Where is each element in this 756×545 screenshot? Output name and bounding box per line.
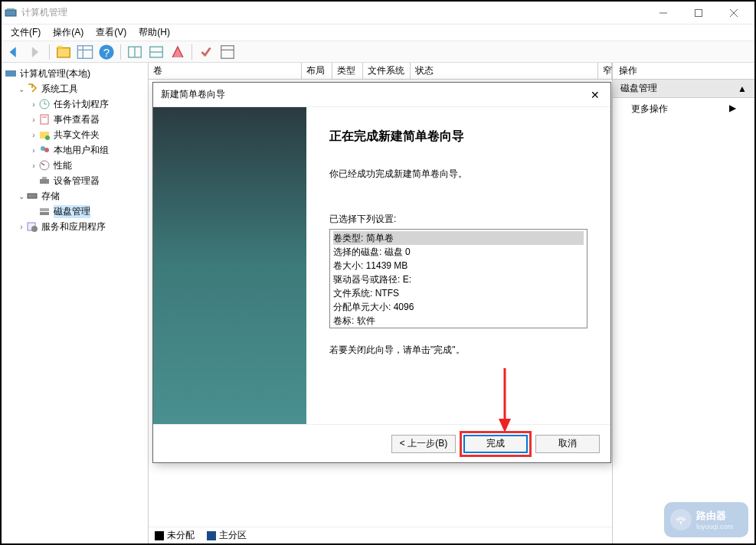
- wizard-content: 正在完成新建简单卷向导 你已经成功完成新建简单卷向导。 已选择下列设置: 卷类型…: [306, 107, 610, 424]
- titlebar: 计算机管理: [2, 2, 754, 24]
- setting-row[interactable]: 文件系统: NTFS: [333, 286, 584, 300]
- wizard-titlebar: 新建简单卷向导 ✕: [153, 83, 610, 107]
- svg-rect-31: [42, 177, 47, 179]
- minimize-button[interactable]: [646, 2, 681, 24]
- watermark-icon: [670, 509, 692, 530]
- setting-row[interactable]: 卷标: 软件: [333, 314, 584, 328]
- actions-panel: 操作 磁盘管理▲ 更多操作▶: [613, 63, 754, 543]
- col-type[interactable]: 类型: [332, 63, 363, 79]
- navigation-tree[interactable]: 计算机管理(本地) ⌄ 系统工具 ›任务计划程序 ›事件查看器 ›共享文件夹 ›…: [2, 63, 149, 543]
- tree-shared[interactable]: ›共享文件夹: [29, 127, 145, 142]
- svg-rect-23: [41, 115, 48, 124]
- actions-diskmgmt[interactable]: 磁盘管理▲: [613, 80, 754, 98]
- menu-file[interactable]: 文件(F): [5, 24, 47, 41]
- window-controls: [646, 2, 751, 24]
- col-fs[interactable]: 文件系统: [363, 63, 411, 79]
- wizard-settings-list[interactable]: 卷类型: 简单卷 选择的磁盘: 磁盘 0 卷大小: 11439 MB 驱动器号或…: [329, 229, 587, 328]
- help-button[interactable]: ?: [97, 43, 116, 61]
- back-button[interactable]: < 上一步(B): [391, 435, 456, 453]
- chevron-right-icon: ▶: [729, 103, 736, 116]
- toolbar-btn-5[interactable]: [169, 43, 187, 61]
- back-button[interactable]: [5, 43, 23, 61]
- svg-point-33: [29, 195, 31, 197]
- tree-devmgr[interactable]: 设备管理器: [29, 173, 145, 188]
- wizard-close-button[interactable]: ✕: [587, 86, 603, 104]
- wizard-dialog: 新建简单卷向导 ✕ 正在完成新建简单卷向导 你已经成功完成新建简单卷向导。 已选…: [152, 82, 611, 463]
- collapse-icon: ▲: [738, 83, 747, 94]
- setting-row[interactable]: 选择的磁盘: 磁盘 0: [333, 245, 584, 259]
- wizard-banner: [153, 107, 306, 424]
- svg-rect-34: [40, 208, 49, 211]
- setting-row[interactable]: 分配单元大小: 4096: [333, 300, 584, 314]
- wizard-success-text: 你已经成功完成新建简单卷向导。: [329, 168, 587, 181]
- tree-scheduler[interactable]: ›任务计划程序: [29, 96, 145, 112]
- cancel-button[interactable]: 取消: [535, 435, 600, 453]
- svg-rect-19: [5, 70, 16, 77]
- menu-view[interactable]: 查看(V): [90, 24, 133, 41]
- menu-help[interactable]: 帮助(H): [133, 24, 176, 41]
- menu-action[interactable]: 操作(A): [47, 24, 90, 41]
- svg-rect-8: [77, 45, 92, 58]
- svg-text:?: ?: [103, 45, 110, 58]
- svg-rect-17: [221, 45, 234, 58]
- svg-rect-32: [28, 194, 37, 198]
- wizard-title: 新建简单卷向导: [161, 88, 225, 101]
- finish-button[interactable]: 完成: [463, 435, 528, 453]
- col-layout[interactable]: 布局: [302, 63, 332, 79]
- menubar: 文件(F) 操作(A) 查看(V) 帮助(H): [2, 24, 754, 41]
- legend-primary: 主分区: [219, 530, 247, 540]
- toolbar: ?: [2, 41, 754, 63]
- svg-rect-6: [57, 47, 70, 57]
- svg-point-26: [45, 135, 50, 140]
- close-button[interactable]: [716, 2, 751, 24]
- col-status[interactable]: 状态: [411, 63, 598, 79]
- toolbar-btn-1[interactable]: [54, 43, 73, 61]
- svg-rect-0: [5, 10, 16, 16]
- watermark: 路由器 luyouqi.com: [664, 502, 748, 537]
- tree-storage[interactable]: ⌄ 存储: [17, 188, 145, 204]
- setting-row[interactable]: 驱动器号或路径: E:: [333, 272, 584, 286]
- actions-header: 操作: [613, 63, 754, 80]
- wizard-settings-label: 已选择下列设置:: [329, 213, 587, 226]
- svg-rect-1: [7, 8, 15, 10]
- wizard-closing-text: 若要关闭此向导，请单击"完成"。: [329, 344, 587, 357]
- maximize-button[interactable]: [681, 2, 716, 24]
- col-volume[interactable]: 卷: [149, 63, 302, 79]
- toolbar-btn-6[interactable]: [197, 43, 215, 61]
- volume-list-header: 卷 布局 类型 文件系统 状态 窄: [149, 63, 612, 80]
- window-title: 计算机管理: [21, 6, 646, 19]
- tree-perf[interactable]: ›性能: [29, 158, 145, 173]
- wizard-buttons: < 上一步(B) 完成 取消: [153, 424, 610, 462]
- legend: 未分配 主分区: [149, 527, 612, 543]
- svg-point-28: [44, 148, 49, 152]
- svg-rect-35: [40, 212, 49, 215]
- tree-users[interactable]: ›本地用户和组: [29, 142, 145, 158]
- tree-systools[interactable]: ⌄ 系统工具: [17, 81, 145, 96]
- setting-row[interactable]: 卷类型: 简单卷: [333, 231, 584, 245]
- col-capacity[interactable]: 窄: [598, 63, 612, 79]
- tree-services[interactable]: › 服务和应用程序: [17, 219, 145, 234]
- tree-diskmgmt[interactable]: 磁盘管理: [29, 204, 145, 219]
- legend-unallocated: 未分配: [167, 530, 195, 540]
- svg-rect-30: [40, 179, 49, 184]
- toolbar-btn-7[interactable]: [218, 43, 237, 61]
- setting-row[interactable]: 卷大小: 11439 MB: [333, 259, 584, 272]
- svg-rect-7: [57, 45, 63, 47]
- app-icon: [5, 7, 17, 19]
- svg-point-47: [680, 522, 682, 524]
- toolbar-btn-3[interactable]: [126, 43, 144, 61]
- svg-rect-3: [695, 9, 702, 16]
- tree-eventviewer[interactable]: ›事件查看器: [29, 112, 145, 127]
- actions-more[interactable]: 更多操作▶: [613, 98, 754, 120]
- toolbar-btn-4[interactable]: [147, 43, 165, 61]
- svg-point-37: [31, 226, 38, 232]
- wizard-heading: 正在完成新建简单卷向导: [329, 129, 587, 145]
- toolbar-btn-2[interactable]: [76, 43, 94, 61]
- tree-root[interactable]: 计算机管理(本地): [5, 66, 145, 81]
- forward-button[interactable]: [26, 43, 44, 61]
